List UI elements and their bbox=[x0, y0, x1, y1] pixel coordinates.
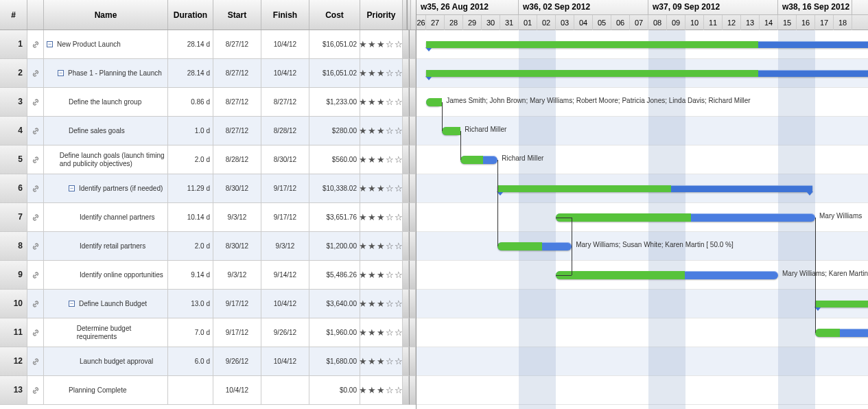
splitter-left[interactable] bbox=[403, 145, 409, 174]
start-cell[interactable]: 8/27/12 bbox=[213, 117, 261, 145]
priority-cell[interactable]: ★★★☆☆ bbox=[360, 174, 403, 203]
task-bar[interactable]: Richard Miller bbox=[442, 127, 460, 135]
gantt-body[interactable]: James Smith; John Brown; Mary Williams; … bbox=[417, 30, 868, 409]
finish-cell[interactable]: 10/4/12 bbox=[261, 290, 309, 318]
task-name-cell[interactable]: Define the launch group bbox=[44, 88, 168, 117]
task-name-cell[interactable]: Identify channel partners bbox=[44, 203, 168, 232]
start-cell[interactable]: 9/26/12 bbox=[213, 347, 261, 376]
priority-cell[interactable]: ★★★☆☆ bbox=[360, 88, 403, 117]
start-cell[interactable]: 9/17/12 bbox=[213, 318, 261, 347]
task-name-cell[interactable]: Launch budget approval bbox=[44, 347, 168, 376]
task-name-cell[interactable]: −Define Launch Budget bbox=[44, 290, 168, 318]
duration-cell[interactable]: 2.0 d bbox=[168, 232, 213, 261]
task-bar[interactable]: James Smith; John Brown; Mary Williams; … bbox=[426, 98, 442, 106]
splitter-left[interactable] bbox=[403, 59, 409, 88]
task-name-cell[interactable]: Define launch goals (launch timing and p… bbox=[44, 145, 168, 174]
duration-cell[interactable]: 28.14 d bbox=[168, 30, 213, 59]
finish-cell[interactable]: 8/27/12 bbox=[261, 88, 309, 117]
cost-cell[interactable]: $1,680.00 bbox=[309, 347, 360, 376]
start-cell[interactable]: 8/28/12 bbox=[213, 145, 261, 174]
finish-cell[interactable]: 9/14/12 bbox=[261, 261, 309, 290]
start-cell[interactable]: 8/30/12 bbox=[213, 174, 261, 203]
priority-cell[interactable]: ★★★☆☆ bbox=[360, 232, 403, 261]
finish-cell[interactable]: 9/26/12 bbox=[261, 318, 309, 347]
col-header-priority[interactable]: Priority bbox=[360, 0, 403, 30]
cost-cell[interactable]: $5,486.26 bbox=[309, 261, 360, 290]
col-header-start[interactable]: Start bbox=[213, 0, 261, 30]
cost-cell[interactable]: $3,651.76 bbox=[309, 203, 360, 232]
splitter-left[interactable] bbox=[403, 232, 409, 261]
task-row[interactable]: 7Identify channel partners10.14 d9/3/129… bbox=[0, 203, 416, 232]
task-row[interactable]: 13Planning Complete10/4/12$0.00★★★☆☆ bbox=[0, 376, 416, 405]
priority-cell[interactable]: ★★★☆☆ bbox=[360, 117, 403, 145]
summary-bar[interactable] bbox=[426, 41, 868, 48]
cost-cell[interactable]: $10,338.02 bbox=[309, 174, 360, 203]
task-bar[interactable]: Richard Miller bbox=[460, 156, 497, 164]
splitter-left[interactable] bbox=[403, 290, 409, 318]
task-name-cell[interactable]: Planning Complete bbox=[44, 376, 168, 405]
splitter-left[interactable] bbox=[403, 203, 409, 232]
col-header-cost[interactable]: Cost bbox=[309, 0, 360, 30]
task-name-cell[interactable]: −New Product Launch bbox=[44, 30, 168, 59]
priority-cell[interactable]: ★★★☆☆ bbox=[360, 261, 403, 290]
task-row[interactable]: 3Define the launch group0.86 d8/27/128/2… bbox=[0, 88, 416, 117]
task-name-cell[interactable]: Determine budget requirements bbox=[44, 318, 168, 347]
priority-cell[interactable]: ★★★☆☆ bbox=[360, 59, 403, 88]
task-row[interactable]: 11Determine budget requirements7.0 d9/17… bbox=[0, 318, 416, 347]
finish-cell[interactable]: 10/4/12 bbox=[261, 59, 309, 88]
priority-cell[interactable]: ★★★☆☆ bbox=[360, 30, 403, 59]
task-row[interactable]: 12Launch budget approval6.0 d9/26/1210/4… bbox=[0, 347, 416, 376]
duration-cell[interactable]: 28.14 d bbox=[168, 59, 213, 88]
task-name-cell[interactable]: Identify retail partners bbox=[44, 232, 168, 261]
task-row[interactable]: 6−Identify partners (if needed)11.29 d8/… bbox=[0, 174, 416, 203]
duration-cell[interactable]: 10.14 d bbox=[168, 203, 213, 232]
cost-cell[interactable]: $16,051.02 bbox=[309, 59, 360, 88]
summary-bar[interactable] bbox=[426, 70, 868, 77]
cost-cell[interactable]: $0.00 bbox=[309, 376, 360, 405]
splitter-right[interactable] bbox=[409, 59, 416, 88]
finish-cell[interactable]: 10/4/12 bbox=[261, 347, 309, 376]
splitter-left[interactable] bbox=[403, 347, 409, 376]
splitter-left[interactable] bbox=[403, 117, 409, 145]
expander-icon[interactable]: − bbox=[69, 301, 75, 307]
expander-icon[interactable]: − bbox=[69, 185, 75, 191]
priority-cell[interactable]: ★★★☆☆ bbox=[360, 145, 403, 174]
start-cell[interactable]: 9/3/12 bbox=[213, 261, 261, 290]
splitter-right[interactable] bbox=[409, 30, 416, 59]
splitter-right[interactable] bbox=[409, 145, 416, 174]
finish-cell[interactable]: 9/17/12 bbox=[261, 203, 309, 232]
priority-cell[interactable]: ★★★☆☆ bbox=[360, 376, 403, 405]
splitter-right[interactable] bbox=[409, 376, 416, 405]
cost-cell[interactable]: $280.00 bbox=[309, 117, 360, 145]
task-name-cell[interactable]: −Identify partners (if needed) bbox=[44, 174, 168, 203]
task-bar[interactable]: Mary Williams; Karen Martin; Susan White bbox=[556, 271, 778, 279]
finish-cell[interactable]: 8/28/12 bbox=[261, 117, 309, 145]
task-row[interactable]: 2−Phase 1 - Planning the Launch28.14 d8/… bbox=[0, 59, 416, 88]
cost-cell[interactable]: $3,640.00 bbox=[309, 290, 360, 318]
duration-cell[interactable]: 2.0 d bbox=[168, 145, 213, 174]
task-bar[interactable] bbox=[815, 329, 868, 337]
task-row[interactable]: 9Identify online opportunities9.14 d9/3/… bbox=[0, 261, 416, 290]
cost-cell[interactable]: $560.00 bbox=[309, 145, 360, 174]
expander-icon[interactable]: − bbox=[58, 70, 64, 76]
priority-cell[interactable]: ★★★☆☆ bbox=[360, 290, 403, 318]
duration-cell[interactable]: 6.0 d bbox=[168, 347, 213, 376]
splitter-right[interactable] bbox=[409, 203, 416, 232]
finish-cell[interactable]: 10/4/12 bbox=[261, 30, 309, 59]
task-row[interactable]: 10−Define Launch Budget13.0 d9/17/1210/4… bbox=[0, 290, 416, 318]
start-cell[interactable]: 8/27/12 bbox=[213, 88, 261, 117]
task-name-cell[interactable]: Define sales goals bbox=[44, 117, 168, 145]
splitter-left[interactable] bbox=[403, 376, 409, 405]
start-cell[interactable]: 8/30/12 bbox=[213, 232, 261, 261]
splitter-right[interactable] bbox=[409, 117, 416, 145]
start-cell[interactable]: 8/27/12 bbox=[213, 30, 261, 59]
splitter-right[interactable] bbox=[409, 261, 416, 290]
priority-cell[interactable]: ★★★☆☆ bbox=[360, 347, 403, 376]
cost-cell[interactable]: $1,960.00 bbox=[309, 318, 360, 347]
splitter-left[interactable] bbox=[403, 88, 409, 117]
start-cell[interactable]: 9/17/12 bbox=[213, 290, 261, 318]
task-row[interactable]: 5Define launch goals (launch timing and … bbox=[0, 145, 416, 174]
start-cell[interactable]: 8/27/12 bbox=[213, 59, 261, 88]
cost-cell[interactable]: $1,200.00 bbox=[309, 232, 360, 261]
col-header-finish[interactable]: Finish bbox=[261, 0, 309, 30]
